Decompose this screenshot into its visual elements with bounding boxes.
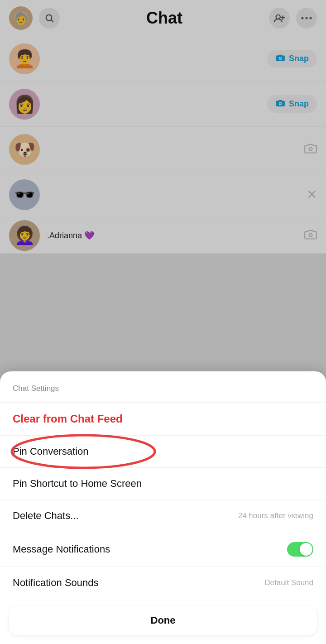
delete-chats-item[interactable]: Delete Chats... 24 hours after viewing	[0, 500, 326, 532]
delete-chats-label: Delete Chats...	[13, 510, 79, 522]
sheet-title: Chat Settings	[0, 384, 326, 402]
message-notifications-label: Message Notifications	[13, 543, 110, 555]
clear-chat-feed-item[interactable]: Clear from Chat Feed	[0, 402, 326, 435]
notification-sounds-label: Notification Sounds	[13, 577, 99, 589]
pin-shortcut-item[interactable]: Pin Shortcut to Home Screen	[0, 467, 326, 500]
delete-chats-sub: 24 hours after viewing	[238, 511, 313, 520]
pin-conversation-item[interactable]: Pin Conversation	[0, 435, 326, 467]
notification-sounds-sub: Default Sound	[264, 578, 313, 587]
clear-chat-feed-label: Clear from Chat Feed	[13, 413, 123, 425]
pin-conversation-label: Pin Conversation	[13, 446, 89, 457]
message-notifications-item[interactable]: Message Notifications	[0, 532, 326, 567]
message-notifications-toggle[interactable]	[287, 542, 313, 557]
done-button[interactable]: Done	[9, 606, 317, 635]
pin-shortcut-label: Pin Shortcut to Home Screen	[13, 478, 142, 490]
chat-settings-sheet: Chat Settings Clear from Chat Feed Pin C…	[0, 371, 326, 644]
notification-sounds-item[interactable]: Notification Sounds Default Sound	[0, 567, 326, 599]
toggle-thumb	[300, 543, 312, 556]
